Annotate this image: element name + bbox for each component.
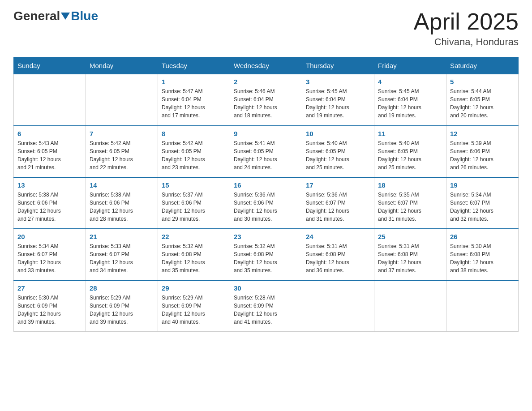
calendar-week-row: 27Sunrise: 5:30 AM Sunset: 6:09 PM Dayli…: [14, 280, 519, 332]
weekday-header-friday: Friday: [374, 57, 446, 74]
day-number: 7: [90, 130, 154, 137]
calendar-cell: 9Sunrise: 5:41 AM Sunset: 6:05 PM Daylig…: [230, 126, 302, 177]
day-info: Sunrise: 5:31 AM Sunset: 6:08 PM Dayligh…: [378, 242, 442, 274]
logo-triangle-icon: [61, 13, 70, 20]
day-info: Sunrise: 5:42 AM Sunset: 6:05 PM Dayligh…: [162, 139, 226, 171]
day-info: Sunrise: 5:29 AM Sunset: 6:09 PM Dayligh…: [162, 294, 226, 326]
calendar-cell: 27Sunrise: 5:30 AM Sunset: 6:09 PM Dayli…: [14, 280, 86, 332]
day-number: 20: [17, 233, 82, 240]
calendar-week-row: 20Sunrise: 5:34 AM Sunset: 6:07 PM Dayli…: [14, 229, 519, 280]
calendar-cell: 21Sunrise: 5:33 AM Sunset: 6:07 PM Dayli…: [86, 229, 158, 280]
day-info: Sunrise: 5:38 AM Sunset: 6:06 PM Dayligh…: [17, 191, 82, 223]
calendar-week-row: 13Sunrise: 5:38 AM Sunset: 6:06 PM Dayli…: [14, 177, 519, 229]
title-section: April 2025 Chivana, Honduras: [414, 9, 519, 48]
day-number: 19: [450, 181, 515, 189]
calendar-cell: 28Sunrise: 5:29 AM Sunset: 6:09 PM Dayli…: [86, 280, 158, 332]
day-number: 8: [162, 130, 226, 137]
calendar-week-row: 6Sunrise: 5:43 AM Sunset: 6:05 PM Daylig…: [14, 126, 519, 177]
day-info: Sunrise: 5:31 AM Sunset: 6:08 PM Dayligh…: [306, 242, 370, 274]
calendar-cell: 10Sunrise: 5:40 AM Sunset: 6:05 PM Dayli…: [302, 126, 374, 177]
day-info: Sunrise: 5:36 AM Sunset: 6:06 PM Dayligh…: [234, 191, 298, 223]
calendar-cell: 13Sunrise: 5:38 AM Sunset: 6:06 PM Dayli…: [14, 177, 86, 229]
day-info: Sunrise: 5:45 AM Sunset: 6:04 PM Dayligh…: [378, 87, 442, 120]
day-info: Sunrise: 5:43 AM Sunset: 6:05 PM Dayligh…: [17, 139, 82, 171]
calendar-cell: [374, 280, 446, 332]
weekday-header-sunday: Sunday: [14, 57, 86, 74]
calendar-cell: 20Sunrise: 5:34 AM Sunset: 6:07 PM Dayli…: [14, 229, 86, 280]
day-number: 29: [162, 284, 226, 292]
calendar-cell: 30Sunrise: 5:28 AM Sunset: 6:09 PM Dayli…: [230, 280, 302, 332]
calendar-cell: 16Sunrise: 5:36 AM Sunset: 6:06 PM Dayli…: [230, 177, 302, 229]
day-info: Sunrise: 5:34 AM Sunset: 6:07 PM Dayligh…: [17, 242, 82, 274]
day-number: 16: [234, 181, 298, 189]
calendar-cell: 22Sunrise: 5:32 AM Sunset: 6:08 PM Dayli…: [158, 229, 230, 280]
calendar-cell: 24Sunrise: 5:31 AM Sunset: 6:08 PM Dayli…: [302, 229, 374, 280]
day-info: Sunrise: 5:41 AM Sunset: 6:05 PM Dayligh…: [234, 139, 298, 171]
calendar-cell: 5Sunrise: 5:44 AM Sunset: 6:05 PM Daylig…: [446, 74, 519, 126]
logo: General Blue: [13, 9, 98, 23]
logo-general-text: General: [13, 9, 60, 23]
weekday-header-wednesday: Wednesday: [230, 57, 302, 74]
day-number: 21: [90, 233, 154, 240]
calendar-cell: 3Sunrise: 5:45 AM Sunset: 6:04 PM Daylig…: [302, 74, 374, 126]
day-number: 9: [234, 130, 298, 137]
day-info: Sunrise: 5:39 AM Sunset: 6:06 PM Dayligh…: [450, 139, 515, 171]
day-number: 14: [90, 181, 154, 189]
weekday-header-tuesday: Tuesday: [158, 57, 230, 74]
day-info: Sunrise: 5:30 AM Sunset: 6:09 PM Dayligh…: [17, 294, 82, 326]
day-info: Sunrise: 5:32 AM Sunset: 6:08 PM Dayligh…: [234, 242, 298, 274]
day-number: 18: [378, 181, 442, 189]
logo-blue-text: Blue: [71, 9, 98, 23]
calendar-cell: [86, 74, 158, 126]
day-info: Sunrise: 5:32 AM Sunset: 6:08 PM Dayligh…: [162, 242, 226, 274]
day-number: 12: [450, 130, 515, 137]
day-info: Sunrise: 5:45 AM Sunset: 6:04 PM Dayligh…: [306, 87, 370, 120]
day-number: 2: [234, 78, 298, 86]
day-number: 1: [162, 78, 226, 86]
calendar-cell: 29Sunrise: 5:29 AM Sunset: 6:09 PM Dayli…: [158, 280, 230, 332]
calendar-cell: [14, 74, 86, 126]
calendar-cell: 14Sunrise: 5:38 AM Sunset: 6:06 PM Dayli…: [86, 177, 158, 229]
day-number: 5: [450, 78, 515, 86]
location-title: Chivana, Honduras: [414, 36, 519, 48]
day-info: Sunrise: 5:33 AM Sunset: 6:07 PM Dayligh…: [90, 242, 154, 274]
calendar-cell: [302, 280, 374, 332]
page-header: General Blue April 2025 Chivana, Hondura…: [13, 9, 519, 48]
day-info: Sunrise: 5:40 AM Sunset: 6:05 PM Dayligh…: [306, 139, 370, 171]
day-info: Sunrise: 5:35 AM Sunset: 6:07 PM Dayligh…: [378, 191, 442, 223]
calendar-cell: 15Sunrise: 5:37 AM Sunset: 6:06 PM Dayli…: [158, 177, 230, 229]
day-number: 25: [378, 233, 442, 240]
calendar-cell: 4Sunrise: 5:45 AM Sunset: 6:04 PM Daylig…: [374, 74, 446, 126]
day-info: Sunrise: 5:38 AM Sunset: 6:06 PM Dayligh…: [90, 191, 154, 223]
day-info: Sunrise: 5:42 AM Sunset: 6:05 PM Dayligh…: [90, 139, 154, 171]
calendar-cell: 25Sunrise: 5:31 AM Sunset: 6:08 PM Dayli…: [374, 229, 446, 280]
day-info: Sunrise: 5:40 AM Sunset: 6:05 PM Dayligh…: [378, 139, 442, 171]
day-number: 23: [234, 233, 298, 240]
day-info: Sunrise: 5:34 AM Sunset: 6:07 PM Dayligh…: [450, 191, 515, 223]
day-info: Sunrise: 5:46 AM Sunset: 6:04 PM Dayligh…: [234, 87, 298, 120]
calendar-cell: [446, 280, 519, 332]
calendar-cell: 19Sunrise: 5:34 AM Sunset: 6:07 PM Dayli…: [446, 177, 519, 229]
calendar-cell: 7Sunrise: 5:42 AM Sunset: 6:05 PM Daylig…: [86, 126, 158, 177]
day-number: 4: [378, 78, 442, 86]
weekday-header-thursday: Thursday: [302, 57, 374, 74]
calendar-cell: 11Sunrise: 5:40 AM Sunset: 6:05 PM Dayli…: [374, 126, 446, 177]
day-number: 15: [162, 181, 226, 189]
day-number: 28: [90, 284, 154, 292]
calendar-week-row: 1Sunrise: 5:47 AM Sunset: 6:04 PM Daylig…: [14, 74, 519, 126]
calendar-cell: 18Sunrise: 5:35 AM Sunset: 6:07 PM Dayli…: [374, 177, 446, 229]
day-number: 11: [378, 130, 442, 137]
calendar-table: SundayMondayTuesdayWednesdayThursdayFrid…: [13, 57, 519, 332]
day-info: Sunrise: 5:29 AM Sunset: 6:09 PM Dayligh…: [90, 294, 154, 326]
day-info: Sunrise: 5:30 AM Sunset: 6:08 PM Dayligh…: [450, 242, 515, 274]
calendar-cell: 23Sunrise: 5:32 AM Sunset: 6:08 PM Dayli…: [230, 229, 302, 280]
day-number: 6: [17, 130, 82, 137]
day-number: 3: [306, 78, 370, 86]
day-info: Sunrise: 5:37 AM Sunset: 6:06 PM Dayligh…: [162, 191, 226, 223]
day-number: 27: [17, 284, 82, 292]
day-number: 17: [306, 181, 370, 189]
calendar-cell: 12Sunrise: 5:39 AM Sunset: 6:06 PM Dayli…: [446, 126, 519, 177]
day-info: Sunrise: 5:47 AM Sunset: 6:04 PM Dayligh…: [162, 87, 226, 120]
day-number: 30: [234, 284, 298, 292]
day-info: Sunrise: 5:44 AM Sunset: 6:05 PM Dayligh…: [450, 87, 515, 120]
